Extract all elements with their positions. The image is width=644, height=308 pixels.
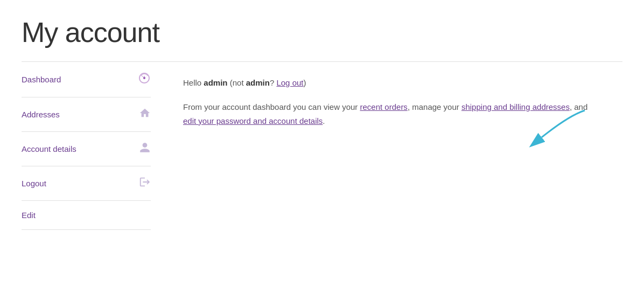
hello-user2: admin xyxy=(246,78,270,87)
dashboard-icon xyxy=(138,72,151,87)
sidebar-item-edit-label[interactable]: Edit xyxy=(22,211,36,220)
sidebar-item-account-details-label: Account details xyxy=(22,144,76,153)
logout-icon xyxy=(139,176,151,191)
logout-link[interactable]: Log out xyxy=(276,78,303,87)
password-link[interactable]: edit your password and account details xyxy=(183,116,323,125)
sidebar-item-dashboard[interactable]: Dashboard xyxy=(22,62,151,97)
sidebar-item-addresses-label: Addresses xyxy=(22,110,60,119)
desc-prefix: From your account dashboard you can view… xyxy=(183,102,360,111)
shipping-link[interactable]: shipping and billing addresses xyxy=(461,102,570,111)
hello-suffix: ? xyxy=(270,78,277,87)
desc-middle: , manage your xyxy=(408,102,461,111)
sidebar-item-logout-label: Logout xyxy=(22,179,46,188)
hello-line: Hello admin (not admin? Log out) xyxy=(183,78,601,87)
sidebar-item-addresses[interactable]: Addresses xyxy=(22,97,151,132)
person-icon xyxy=(139,142,151,156)
desc-period: . xyxy=(323,116,325,125)
hello-user: admin xyxy=(204,78,227,87)
hello-middle: (not xyxy=(228,78,246,87)
sidebar-item-dashboard-label: Dashboard xyxy=(22,75,61,84)
sidebar-item-account-details[interactable]: Account details xyxy=(22,132,151,166)
sidebar: Dashboard Addresses xyxy=(22,62,151,230)
hello-close: ) xyxy=(303,78,306,87)
main-content: Hello admin (not admin? Log out) From yo… xyxy=(151,62,622,230)
hello-prefix: Hello xyxy=(183,78,204,87)
description-text: From your account dashboard you can view… xyxy=(183,100,592,128)
page-title: My account xyxy=(22,16,622,48)
sidebar-item-logout[interactable]: Logout xyxy=(22,166,151,201)
recent-orders-link[interactable]: recent orders xyxy=(360,102,408,111)
home-icon xyxy=(139,107,151,122)
desc-end: , and xyxy=(570,102,587,111)
